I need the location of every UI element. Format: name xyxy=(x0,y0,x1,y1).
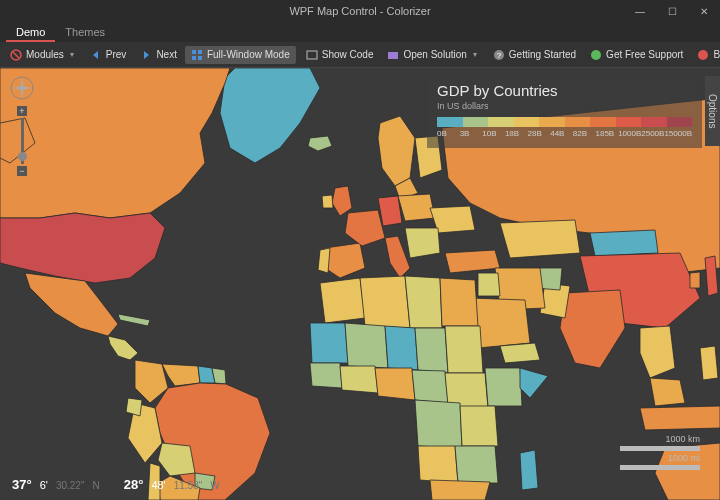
full-window-button[interactable]: Full-Window Mode xyxy=(185,46,296,64)
minimize-button[interactable]: — xyxy=(624,0,656,22)
nav-rose[interactable] xyxy=(10,76,34,100)
tab-themes[interactable]: Themes xyxy=(55,23,115,42)
lon-dec: 11.58" xyxy=(174,480,203,491)
modules-button[interactable]: Modules▾ xyxy=(4,46,80,64)
zoom-slider[interactable]: + − xyxy=(18,106,26,176)
modules-icon xyxy=(10,49,22,61)
solution-icon xyxy=(387,49,399,61)
title-bar: WPF Map Control - Colorizer — ☐ ✕ xyxy=(0,0,720,22)
svg-rect-1 xyxy=(192,50,196,54)
lon-deg: 28° xyxy=(124,477,144,492)
buy-now-button[interactable]: Buy Now xyxy=(691,46,720,64)
main-tabs: Demo Themes xyxy=(0,22,720,42)
svg-rect-5 xyxy=(307,51,317,59)
next-button[interactable]: Next xyxy=(134,46,183,64)
next-icon xyxy=(140,49,152,61)
lon-min: 48' xyxy=(151,479,165,491)
map-area[interactable]: + − GDP by Countries In US dollars 0B3B1… xyxy=(0,68,720,500)
scale-mi: 1000 mi xyxy=(620,453,700,463)
prev-button[interactable]: Prev xyxy=(84,46,133,64)
tab-demo[interactable]: Demo xyxy=(6,23,55,42)
lat-deg: 37° xyxy=(12,477,32,492)
legend-bar xyxy=(437,117,692,127)
scale-bar: 1000 km 1000 mi xyxy=(620,434,700,470)
svg-point-10 xyxy=(698,50,708,60)
zoom-in-button[interactable]: + xyxy=(17,106,27,116)
zoom-out-button[interactable]: − xyxy=(17,166,27,176)
svg-point-9 xyxy=(591,50,601,60)
lat-dec: 30.22" xyxy=(56,480,85,491)
window-buttons: — ☐ ✕ xyxy=(624,0,720,22)
coordinates-readout: 37° 6' 30.22" N 28° 48' 11.58" W xyxy=(12,477,220,492)
close-button[interactable]: ✕ xyxy=(688,0,720,22)
legend-subtitle: In US dollars xyxy=(437,101,692,111)
svg-rect-2 xyxy=(198,50,202,54)
legend-title: GDP by Countries xyxy=(437,82,692,99)
chevron-down-icon: ▾ xyxy=(473,50,477,59)
svg-text:?: ? xyxy=(497,51,502,60)
legend-ticks: 0B3B10B18B28B44B82B185B1000B2500B15000B xyxy=(437,129,692,138)
window-title: WPF Map Control - Colorizer xyxy=(289,5,430,17)
lat-min: 6' xyxy=(40,479,48,491)
show-code-button[interactable]: Show Code xyxy=(300,46,380,64)
gettingstarted-icon: ? xyxy=(493,49,505,61)
lat-dir: N xyxy=(92,480,99,491)
support-icon xyxy=(590,49,602,61)
prev-icon xyxy=(90,49,102,61)
lon-dir: W xyxy=(210,480,219,491)
scale-km: 1000 km xyxy=(620,434,700,444)
get-free-support-button[interactable]: Get Free Support xyxy=(584,46,689,64)
code-icon xyxy=(306,49,318,61)
options-panel-toggle[interactable]: Options xyxy=(705,76,720,146)
svg-rect-4 xyxy=(198,56,202,60)
zoom-thumb[interactable] xyxy=(18,152,27,161)
chevron-down-icon: ▾ xyxy=(70,50,74,59)
svg-rect-3 xyxy=(192,56,196,60)
getting-started-button[interactable]: ? Getting Started xyxy=(487,46,582,64)
legend: GDP by Countries In US dollars 0B3B10B18… xyxy=(427,74,702,148)
maximize-button[interactable]: ☐ xyxy=(656,0,688,22)
fullwindow-icon xyxy=(191,49,203,61)
toolbar: Modules▾ Prev Next Full-Window Mode Show… xyxy=(0,42,720,68)
svg-rect-6 xyxy=(388,52,398,59)
zoom-track[interactable] xyxy=(21,118,24,164)
open-solution-button[interactable]: Open Solution▾ xyxy=(381,46,482,64)
buynow-icon xyxy=(697,49,709,61)
